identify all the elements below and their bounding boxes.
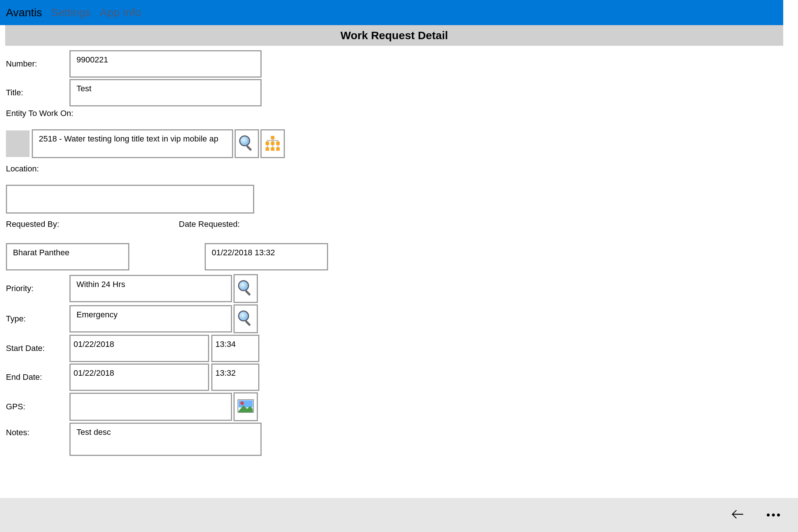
number-input[interactable]: 9900221 xyxy=(69,50,262,78)
back-button[interactable] xyxy=(730,506,746,524)
right-margin-strip xyxy=(783,0,798,480)
notes-input[interactable]: Test desc xyxy=(69,423,262,456)
priority-search-button[interactable] xyxy=(233,274,258,303)
svg-rect-4 xyxy=(271,141,274,145)
svg-rect-7 xyxy=(271,147,274,151)
page-title: Work Request Detail xyxy=(5,25,783,46)
label-notes: Notes: xyxy=(6,423,69,437)
label-start-date: Start Date: xyxy=(6,344,69,353)
gps-input[interactable] xyxy=(69,393,232,421)
start-time-input[interactable]: 13:34 xyxy=(211,335,259,362)
label-type: Type: xyxy=(6,314,69,324)
top-nav: Avantis Settings App Info xyxy=(0,0,798,25)
svg-rect-10 xyxy=(245,290,251,296)
svg-rect-6 xyxy=(266,147,269,151)
svg-rect-5 xyxy=(276,141,280,145)
location-input[interactable] xyxy=(6,185,254,214)
entity-search-button[interactable] xyxy=(235,129,259,158)
type-input[interactable]: Emergency xyxy=(69,305,232,332)
label-end-date: End Date: xyxy=(6,372,69,382)
hierarchy-icon xyxy=(264,134,281,153)
entity-input[interactable]: 2518 - Water testing long title text in … xyxy=(32,129,233,158)
map-photo-icon xyxy=(237,398,254,416)
svg-point-0 xyxy=(240,136,250,146)
label-date-requested: Date Requested: xyxy=(179,219,328,229)
more-icon: ••• xyxy=(767,509,782,521)
svg-point-11 xyxy=(239,311,249,321)
nav-app-info[interactable]: App Info xyxy=(100,6,141,19)
svg-rect-2 xyxy=(271,136,274,139)
label-number: Number: xyxy=(6,59,69,69)
requested-by-input[interactable]: Bharat Panthee xyxy=(6,243,129,270)
search-icon xyxy=(237,310,254,328)
svg-rect-8 xyxy=(276,147,280,151)
entity-status-box xyxy=(6,130,30,157)
svg-point-9 xyxy=(239,280,249,290)
bottom-command-bar: ••• xyxy=(0,498,798,532)
search-icon xyxy=(238,134,255,153)
date-requested-input[interactable]: 01/22/2018 13:32 xyxy=(205,243,328,270)
title-input[interactable]: Test xyxy=(69,79,262,106)
gps-map-button[interactable] xyxy=(233,392,258,421)
svg-rect-1 xyxy=(246,145,252,151)
svg-rect-12 xyxy=(245,320,251,326)
label-entity: Entity To Work On: xyxy=(6,109,782,118)
end-date-input[interactable]: 01/22/2018 xyxy=(69,364,209,391)
nav-settings[interactable]: Settings xyxy=(51,6,91,19)
form-content: Number: 9900221 Title: Test Entity To Wo… xyxy=(5,50,783,456)
entity-hierarchy-button[interactable] xyxy=(260,129,285,158)
type-search-button[interactable] xyxy=(233,304,258,333)
label-location: Location: xyxy=(6,164,782,174)
svg-point-15 xyxy=(241,401,244,405)
more-button[interactable]: ••• xyxy=(767,509,782,521)
end-time-input[interactable]: 13:32 xyxy=(211,364,259,391)
start-date-input[interactable]: 01/22/2018 xyxy=(69,335,209,362)
arrow-left-icon xyxy=(730,516,746,524)
label-requested-by: Requested By: xyxy=(6,219,129,229)
svg-rect-3 xyxy=(266,141,269,145)
search-icon xyxy=(237,279,254,298)
nav-avantis[interactable]: Avantis xyxy=(6,6,42,19)
label-priority: Priority: xyxy=(6,284,69,293)
label-gps: GPS: xyxy=(6,402,69,412)
label-title: Title: xyxy=(6,88,69,98)
priority-input[interactable]: Within 24 Hrs xyxy=(69,275,232,302)
